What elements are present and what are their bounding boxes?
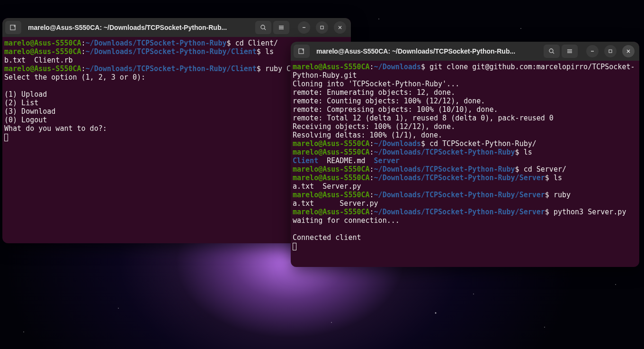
minimize-button[interactable]	[298, 21, 310, 34]
prompt-user: marelo@Asus-S550CA	[293, 63, 370, 71]
output-line: remote: Compressing objects: 100% (10/10…	[293, 105, 498, 114]
output-line: b.txt Client.rb	[4, 56, 73, 64]
close-button[interactable]	[622, 45, 635, 57]
output-line: a.txt Server.py	[293, 182, 361, 191]
cursor-icon	[4, 134, 8, 141]
menu-option: (3) Download	[4, 107, 55, 116]
prompt-path: ~/Downloads/TCPSocket-Python-Ruby	[86, 39, 227, 47]
svg-rect-21	[609, 50, 612, 53]
svg-line-16	[553, 52, 554, 54]
window-title: marelo@Asus-S550CA: ~/Downloads/TCPSocke…	[23, 24, 253, 31]
output-line: remote: Enumerating objects: 12, done.	[293, 88, 455, 97]
menu-option: (0) Logout	[4, 116, 47, 124]
command: $ git clone git@github.com:marcelopirro/…	[421, 63, 635, 71]
minimize-button[interactable]	[586, 45, 599, 57]
svg-line-4	[264, 28, 266, 30]
prompt-path: ~/Downloads	[374, 63, 421, 71]
output-line: Resolving deltas: 100% (1/1), done.	[293, 131, 442, 139]
directory-name: Server	[374, 156, 400, 165]
output-line: remote: Counting objects: 100% (12/12), …	[293, 97, 485, 105]
output-line: Receiving objects: 100% (12/12), done.	[293, 122, 455, 131]
cursor-icon	[293, 243, 296, 250]
svg-rect-9	[321, 26, 323, 29]
maximize-button[interactable]	[604, 45, 617, 57]
output-line: waiting for connection...	[293, 216, 400, 225]
new-tab-button[interactable]	[294, 45, 310, 58]
window-title: marelo@Asus-S550CA: ~/Downloads/TCPSocke…	[312, 47, 542, 55]
svg-point-3	[261, 25, 265, 29]
menu-option: (2) List	[4, 99, 38, 107]
command: $ cd Client/	[227, 39, 278, 47]
output-line: Connected client	[293, 233, 361, 242]
titlebar: marelo@Asus-S550CA: ~/Downloads/TCPSocke…	[291, 42, 639, 61]
titlebar: marelo@Asus-S550CA: ~/Downloads/TCPSocke…	[2, 18, 351, 37]
search-button[interactable]	[255, 21, 271, 34]
search-button[interactable]	[544, 45, 560, 58]
menu-option: (1) Upload	[4, 90, 47, 99]
maximize-button[interactable]	[316, 21, 328, 34]
prompt-user: marelo@Asus-S550CA	[4, 39, 81, 47]
svg-point-15	[549, 49, 553, 53]
output-line: remote: Total 12 (delta 1), reused 8 (de…	[293, 114, 554, 122]
directory-name: Client	[293, 156, 318, 165]
menu-button[interactable]	[273, 21, 289, 34]
new-tab-button[interactable]	[5, 21, 21, 34]
terminal-window-server[interactable]: marelo@Asus-S550CA: ~/Downloads/TCPSocke…	[291, 42, 639, 267]
output-line: a.txt Server.py	[293, 199, 378, 208]
terminal-content[interactable]: marelo@Asus-S550CA:~/Downloads$ git clon…	[291, 61, 639, 267]
output-line: Cloning into 'TCPSocket-Python-Ruby'...	[293, 80, 459, 88]
menu-button[interactable]	[562, 45, 578, 58]
prompt-question: What do you want to do?:	[4, 124, 107, 133]
close-button[interactable]	[334, 21, 346, 34]
